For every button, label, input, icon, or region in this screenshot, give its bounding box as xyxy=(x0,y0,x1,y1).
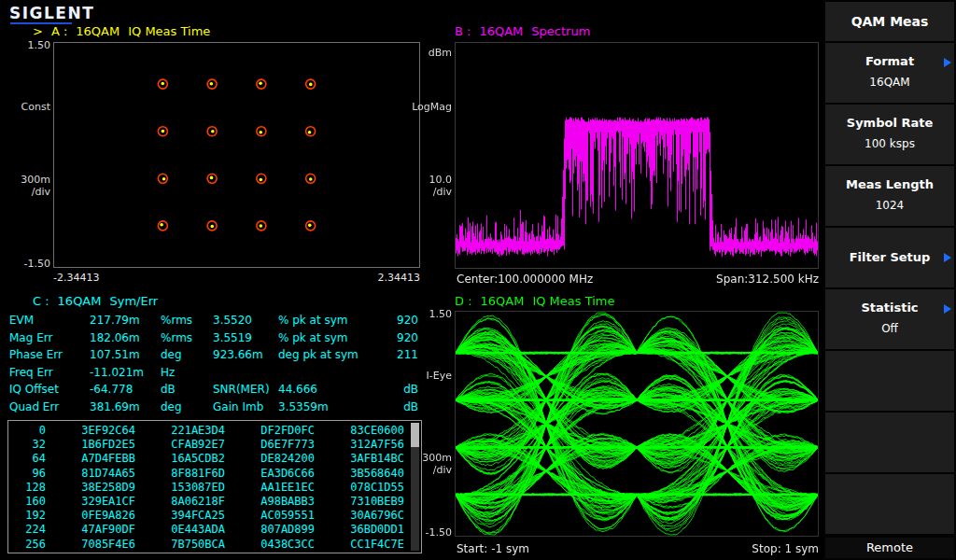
symbol-hex: EA3D6C66 xyxy=(225,467,315,481)
softkey-value: 1024 xyxy=(825,199,954,212)
softkey-value: 16QAM xyxy=(825,76,954,89)
constellation-canvas xyxy=(54,43,419,267)
symbol-index: 192 xyxy=(8,509,46,523)
meas-value: 3.5519 xyxy=(213,329,278,347)
symbol-table-row: 224 47AF90DF 0E443ADA 807AD899 36BD0DD1 xyxy=(8,523,421,537)
window-a-title: > A : 16QAM IQ Meas Time xyxy=(33,24,210,38)
meas-unit: dB xyxy=(381,399,418,416)
remote-status: Remote xyxy=(825,538,954,558)
meas-row-evm: EVM 217.79m %rms 3.5520 % pk at sym 920 xyxy=(9,312,418,329)
symbol-table-row: 160 329EA1CF 8A06218F A98BABB3 7310BEB9 xyxy=(8,495,421,509)
symbol-hex: A98BABB3 xyxy=(225,495,315,509)
softkey-value: Off xyxy=(825,322,954,335)
symbol-hex: 3AFB14BC xyxy=(315,452,404,466)
symbol-hex: 3B568640 xyxy=(315,467,404,481)
b-center-label: Center:100.000000 MHz xyxy=(457,273,593,286)
meas-row-mag-err: Mag Err 182.06m %rms 3.5519 % pk at sym … xyxy=(9,329,418,347)
active-window-indicator: > xyxy=(33,24,43,38)
submenu-arrow-icon xyxy=(944,304,951,314)
softkey-label: Filter Setup xyxy=(825,250,954,264)
submenu-arrow-icon xyxy=(944,253,951,262)
symbol-hex: 0438C3CC xyxy=(225,538,315,552)
symbol-hex: 7310BEB9 xyxy=(315,495,404,509)
symbol-table-row: 128 38E258D9 153087ED AA1EE1EC 078C1D55 xyxy=(8,481,421,495)
submenu-arrow-icon xyxy=(944,58,951,67)
window-a-id: A : xyxy=(51,24,67,38)
softkey-statistic[interactable]: Statistic Off xyxy=(825,289,954,349)
softkey-format[interactable]: Format 16QAM xyxy=(825,43,954,103)
softkey-blank-2[interactable] xyxy=(825,413,954,472)
symbol-hex: 30A6796C xyxy=(315,509,404,523)
softkey-label: Meas Length xyxy=(825,177,954,191)
error-summary-table: EVM 217.79m %rms 3.5520 % pk at sym 920 … xyxy=(9,312,418,415)
window-b-title: B : 16QAM Spectrum xyxy=(455,24,590,38)
symbol-hex: 36BD0DD1 xyxy=(315,523,404,537)
symbol-hex: A7D4FEBB xyxy=(46,452,135,466)
window-d-format: 16QAM xyxy=(481,294,525,308)
symbol-table-row: 96 81D74A65 8F881F6D EA3D6C66 3B568640 xyxy=(8,467,421,481)
symbol-hex: 8F881F6D xyxy=(135,467,225,481)
symbol-hex: 81D74A65 xyxy=(46,467,135,481)
symbol-hex: 3EF92C64 xyxy=(46,424,135,438)
meas-unit: %rms xyxy=(161,329,213,347)
d-y-top-label: 1.50 xyxy=(409,308,452,320)
b-span-label: Span:312.500 kHz xyxy=(679,273,819,286)
symbol-index: 224 xyxy=(8,523,46,537)
meas-row-phase-err: Phase Err 107.51m deg 923.66m deg pk at … xyxy=(9,346,418,364)
meas-unit: Hz xyxy=(161,364,213,382)
symbol-hex: CC1F4C7E xyxy=(315,538,404,552)
symbol-hex: 329EA1CF xyxy=(46,495,135,509)
b-y-scale-unit: /div xyxy=(409,186,452,198)
symbol-index: 64 xyxy=(8,452,46,466)
meas-name: SNR(MER) xyxy=(213,381,278,399)
softkey-meas-length[interactable]: Meas Length 1024 xyxy=(825,166,954,226)
symbol-hex: 394FCA25 xyxy=(135,509,225,523)
window-a-meas-name: IQ Meas Time xyxy=(128,24,210,38)
spectrum-canvas xyxy=(456,43,818,268)
meas-value: 217.79m xyxy=(90,312,161,329)
meas-unit xyxy=(278,364,381,382)
softkey-blank-3[interactable] xyxy=(825,474,954,534)
symbol-hex: 0FE9A826 xyxy=(46,509,135,523)
symbol-hex: 312A7F56 xyxy=(315,438,404,452)
b-y-scale: 10.0 xyxy=(409,174,452,186)
softkey-symbol-rate[interactable]: Symbol Rate 100 ksps xyxy=(825,105,954,164)
meas-value: 920 xyxy=(381,329,418,347)
a-y-scale: 300m xyxy=(13,174,50,186)
window-a-format: 16QAM xyxy=(76,24,120,38)
symbol-hex: 8A06218F xyxy=(135,495,225,509)
siglent-logo: SIGLENT xyxy=(9,4,94,22)
symbol-hex: 0E443ADA xyxy=(135,523,225,537)
symbol-hex: DE824200 xyxy=(225,452,315,466)
meas-name: EVM xyxy=(9,312,90,329)
symbol-table-scrollbar-thumb[interactable] xyxy=(411,423,419,447)
d-stop-label: Stop: 1 sym xyxy=(688,542,819,555)
meas-value: -11.021m xyxy=(90,364,161,382)
meas-value: 107.51m xyxy=(90,346,161,364)
symbol-hex: 47AF90DF xyxy=(46,523,135,537)
meas-unit: % pk at sym xyxy=(278,312,381,329)
meas-value xyxy=(213,364,278,382)
softkey-menu: QAM Meas Format 16QAM Symbol Rate 100 ks… xyxy=(823,0,956,560)
constellation-plot xyxy=(53,42,420,268)
symbol-hex: 221AE3D4 xyxy=(135,424,225,438)
symbol-table-row: 32 1B6FD2E5 CFAB92E7 D6E7F773 312A7F56 xyxy=(8,438,421,452)
symbol-hex: 38E258D9 xyxy=(46,481,135,495)
d-y-scale: 300m xyxy=(409,452,452,464)
d-start-label: Start: -1 sym xyxy=(457,542,529,555)
meas-value: 44.666 xyxy=(278,381,381,399)
symbol-index: 96 xyxy=(8,467,46,481)
meas-unit: deg pk at sym xyxy=(278,346,381,364)
symbol-hex: 807AD899 xyxy=(225,523,315,537)
softkey-blank-1[interactable] xyxy=(825,351,954,411)
b-y-axis-name: LogMag xyxy=(409,101,452,113)
softkey-filter-setup[interactable]: Filter Setup xyxy=(825,228,954,287)
meas-value: -64.778 xyxy=(90,381,161,399)
meas-row-quad-err: Quad Err 381.69m deg Gain Imb 3.5359m dB xyxy=(9,399,418,416)
symbol-hex: 83CE0600 xyxy=(315,424,404,438)
window-b-format: 16QAM xyxy=(479,24,523,38)
eye-canvas xyxy=(456,312,818,536)
softkey-label: Statistic xyxy=(825,301,954,315)
meas-name: Quad Err xyxy=(9,399,90,416)
window-d-id: D : xyxy=(455,294,472,308)
